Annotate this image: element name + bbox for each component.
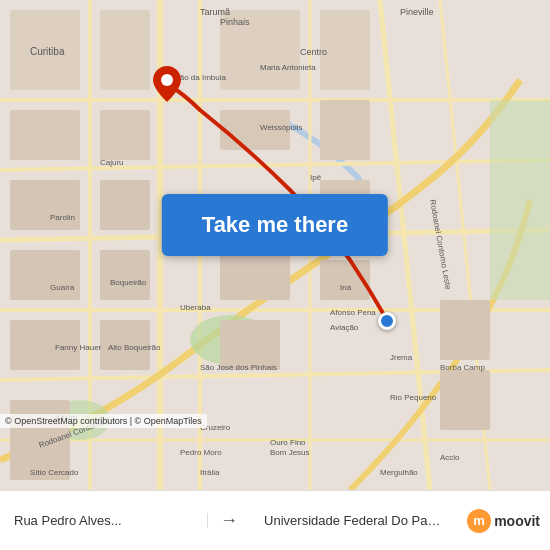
svg-rect-25 [10, 250, 80, 300]
svg-text:Afonso Pena: Afonso Pena [330, 308, 376, 317]
svg-text:Weissópolis: Weissópolis [260, 123, 303, 132]
moovit-text: moovit [494, 513, 540, 529]
svg-text:Ipê: Ipê [310, 173, 322, 182]
svg-rect-17 [100, 10, 150, 90]
origin-pin [378, 312, 396, 330]
moovit-icon: m [467, 509, 491, 533]
svg-rect-18 [10, 110, 80, 160]
svg-rect-23 [100, 180, 150, 230]
svg-text:Alto Boqueirão: Alto Boqueirão [108, 343, 161, 352]
svg-text:Curitiba: Curitiba [30, 46, 65, 57]
moovit-logo: m moovit [457, 509, 550, 533]
take-me-there-button[interactable]: Take me there [162, 194, 388, 256]
map-container: Curitiba Pinhais Capão da Imbuia Maria A… [0, 0, 550, 490]
destination-pin [153, 66, 181, 106]
svg-text:Bom Jesus: Bom Jesus [270, 448, 310, 457]
svg-text:Parolin: Parolin [50, 213, 75, 222]
svg-text:Centro: Centro [300, 47, 327, 57]
svg-rect-21 [320, 10, 370, 90]
svg-text:Cajuru: Cajuru [100, 158, 124, 167]
svg-rect-35 [440, 300, 490, 360]
svg-text:Pineville: Pineville [400, 7, 434, 17]
svg-text:Rio Pequeno: Rio Pequeno [390, 393, 437, 402]
svg-rect-30 [220, 250, 290, 300]
svg-point-72 [161, 74, 173, 86]
svg-text:Pinhais: Pinhais [220, 17, 250, 27]
arrow-icon: → [208, 510, 250, 531]
svg-rect-32 [320, 100, 370, 160]
svg-rect-15 [490, 100, 550, 300]
svg-text:Uberaba: Uberaba [180, 303, 211, 312]
bottom-bar: Rua Pedro Alves... → Universidade Federa… [0, 490, 550, 550]
svg-rect-19 [100, 110, 150, 160]
svg-text:Mergulhão: Mergulhão [380, 468, 418, 477]
svg-text:São José dos Pinhais: São José dos Pinhais [200, 363, 277, 372]
svg-text:Ouro Fino: Ouro Fino [270, 438, 306, 447]
svg-text:Guaíra: Guaíra [50, 283, 75, 292]
svg-text:Maria Antonieta: Maria Antonieta [260, 63, 316, 72]
svg-text:Fanny Hauer: Fanny Hauer [55, 343, 102, 352]
svg-rect-22 [10, 180, 80, 230]
map-attribution: © OpenStreetMap contributors | © OpenMap… [0, 414, 207, 428]
svg-text:Borba Camp: Borba Camp [440, 363, 485, 372]
svg-text:Iná: Iná [340, 283, 352, 292]
from-location: Rua Pedro Alves... [0, 513, 208, 528]
svg-rect-26 [100, 250, 150, 300]
svg-text:Boqueirão: Boqueirão [110, 278, 147, 287]
svg-text:Sítio Cercado: Sítio Cercado [30, 468, 79, 477]
svg-text:Tarumã: Tarumã [200, 7, 230, 17]
svg-text:Acclo: Acclo [440, 453, 460, 462]
svg-text:Pedro Moro: Pedro Moro [180, 448, 222, 457]
svg-rect-36 [440, 370, 490, 430]
svg-text:Jrema: Jrema [390, 353, 413, 362]
to-location: Universidade Federal Do Paraná... [250, 513, 457, 528]
svg-text:Aviação: Aviação [330, 323, 359, 332]
svg-text:Itrália: Itrália [200, 468, 220, 477]
